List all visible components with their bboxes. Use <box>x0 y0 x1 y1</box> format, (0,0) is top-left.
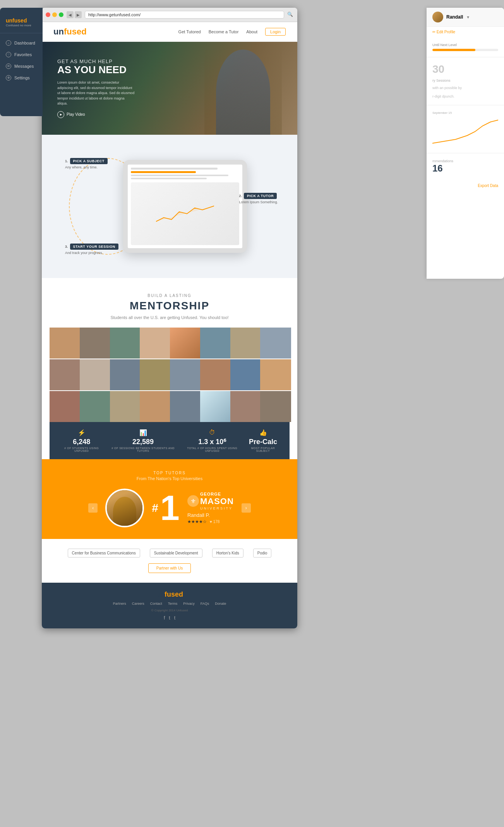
mentorship-section: BUILD A LASTING MENTORSHIP Students all … <box>42 278 297 459</box>
stat-subject-label: MOST POPULAR SUBJECT <box>244 447 282 452</box>
footer-social: f t t <box>164 615 175 621</box>
stat-subject-num: Pre-Calc <box>244 438 282 446</box>
rp-stat-label: ry Sessions <box>432 79 498 82</box>
footer-link-careers[interactable]: Careers <box>132 602 144 606</box>
sidebar-item-dashboard[interactable]: ○ Dashboard <box>0 37 43 49</box>
settings-icon: ⚙ <box>6 75 11 81</box>
partner-podio: Podio <box>253 549 272 558</box>
partner-cta-button[interactable]: Partner with Us <box>148 563 191 573</box>
mentorship-title: MENTORSHIP <box>50 300 290 312</box>
step-3-badge: START YOUR SESSION <box>70 244 118 250</box>
sidebar-item-favorites[interactable]: ♡ Favorites <box>0 49 43 60</box>
hero-content: GET AS MUCH HELP AS YOU NEED Lorem ipsum… <box>42 47 150 129</box>
tutor-university-logo: ⚜ GEORGE MASON UNIVERSITY <box>187 492 234 510</box>
rp-progress: Until Next Level <box>427 37 504 57</box>
photo-cell <box>140 391 171 422</box>
twitter-icon[interactable]: t <box>169 615 170 621</box>
rp-stat-number: 30 <box>432 63 498 75</box>
footer-link-privacy[interactable]: Privacy <box>183 602 195 606</box>
sidebar-item-label: Settings <box>14 75 30 80</box>
nav-about[interactable]: About <box>246 29 257 34</box>
play-icon: ▶ <box>57 111 64 118</box>
sidebar-item-messages[interactable]: ✉ Messages <box>0 60 43 72</box>
photo-cell <box>170 359 201 390</box>
step-2-desc: Lorem Ipsum Something. <box>239 200 278 204</box>
photo-cell <box>260 359 291 390</box>
maximize-button[interactable] <box>59 12 63 17</box>
tutor-rank-area: # 1 <box>152 491 180 525</box>
site-nav-links: Get Tutored Become a Tutor About Login <box>178 28 286 36</box>
nav-arrows: ◀ ▶ <box>67 11 82 18</box>
step-3-label: 3. START YOUR SESSION <box>65 244 118 250</box>
sidebar-nav: ○ Dashboard ♡ Favorites ✉ Messages ⚙ Set… <box>0 33 43 88</box>
footer-link-donate[interactable]: Donate <box>215 602 226 606</box>
photo-cell <box>140 359 171 390</box>
rp-recommendations: mmendations 16 <box>427 153 504 180</box>
facebook-icon[interactable]: f <box>164 615 165 621</box>
sidebar: unfused Confused no more ○ Dashboard ♡ F… <box>0 8 43 116</box>
footer-link-faqs[interactable]: FAQs <box>201 602 209 606</box>
partner-hk: Horton's Kids <box>212 549 243 558</box>
uni-name-block: GEORGE MASON UNIVERSITY <box>200 492 234 510</box>
step-3-num: 3. <box>65 245 68 249</box>
sessions-icon: 📊 <box>106 429 180 436</box>
photo-cell <box>110 391 141 422</box>
photo-cell <box>50 328 81 359</box>
step-3-desc: And track your progress. <box>65 251 118 255</box>
login-button[interactable]: Login <box>265 28 286 36</box>
hero-image <box>204 42 282 135</box>
play-button[interactable]: ▶ Play Video <box>57 111 135 118</box>
hours-icon: ⏱ <box>180 429 244 436</box>
partner-sd: Sustainable Development <box>150 549 202 558</box>
sidebar-logo-area: unfused Confused no more <box>0 14 43 33</box>
forward-button[interactable]: ▶ <box>75 11 82 18</box>
photo-cell <box>230 391 261 422</box>
stat-students-num: 6,248 <box>57 438 106 446</box>
tutor-avatar <box>105 489 144 527</box>
minimize-button[interactable] <box>52 12 57 17</box>
nav-get-tutored[interactable]: Get Tutored <box>178 29 201 34</box>
edit-profile-button[interactable]: ✏ Edit Profile <box>427 27 504 37</box>
step-wrapper: 1. PICK A SUBJECT Any where, any time. 2… <box>53 150 286 263</box>
browser-chrome: ◀ ▶ http://www.getunfused.com/ 🔍 <box>42 8 297 22</box>
next-tutor-button[interactable]: › <box>242 503 251 513</box>
rp-progress-label: Until Next Level <box>432 43 498 47</box>
footer-link-terms[interactable]: Terms <box>168 602 178 606</box>
sidebar-item-label: Messages <box>14 64 34 69</box>
hero-section: GET AS MUCH HELP AS YOU NEED Lorem ipsum… <box>42 42 297 135</box>
mentorship-eyebrow: BUILD A LASTING <box>50 293 290 298</box>
export-data-button[interactable]: Export Data <box>427 180 504 192</box>
prev-tutor-button[interactable]: ‹ <box>88 503 98 513</box>
tumblr-icon[interactable]: t <box>174 615 175 621</box>
search-icon[interactable]: 🔍 <box>287 12 293 18</box>
footer-copyright: © Copyright 2014 Unfused <box>151 609 188 612</box>
photo-cell <box>50 359 81 390</box>
rp-rec-label: mmendations <box>432 159 498 163</box>
footer-link-contact[interactable]: Contact <box>150 602 162 606</box>
tutor-hearts: ♥ 178 <box>210 520 219 524</box>
uni-logo-icon: ⚜ <box>187 495 199 507</box>
photo-cell <box>80 391 111 422</box>
close-button[interactable] <box>46 12 50 17</box>
avatar <box>432 12 443 22</box>
rp-body-text: with an possible by <box>432 86 498 91</box>
step-1: 1. PICK A SUBJECT Any where, any time. <box>65 158 108 169</box>
stat-sessions-num: 22,589 <box>106 438 180 446</box>
right-panel: Randall ▼ ✏ Edit Profile Until Next Leve… <box>427 8 504 279</box>
rp-username: Randall <box>446 14 463 20</box>
tablet-content <box>128 165 242 248</box>
sidebar-item-label: Dashboard <box>14 41 35 45</box>
tutor-info: ⚜ GEORGE MASON UNIVERSITY Randall P. ★★★… <box>187 492 234 524</box>
sidebar-item-settings[interactable]: ⚙ Settings <box>0 72 43 84</box>
hero-subtitle: GET AS MUCH HELP <box>57 58 135 64</box>
uni-name-sub: UNIVERSITY <box>200 506 234 510</box>
step-2-badge: PICK A TUTOR <box>244 193 277 199</box>
rank-number: 1 <box>160 491 180 525</box>
footer-link-partners[interactable]: Partners <box>113 602 126 606</box>
tutor-showcase: ‹ # 1 ⚜ GEORGE <box>50 489 290 527</box>
step-3: 3. START YOUR SESSION And track your pro… <box>65 244 118 255</box>
nav-become-tutor[interactable]: Become a Tutor <box>209 29 239 34</box>
back-button[interactable]: ◀ <box>67 11 74 18</box>
url-bar[interactable]: http://www.getunfused.com/ <box>85 11 284 19</box>
tablet-mockup <box>123 160 216 253</box>
